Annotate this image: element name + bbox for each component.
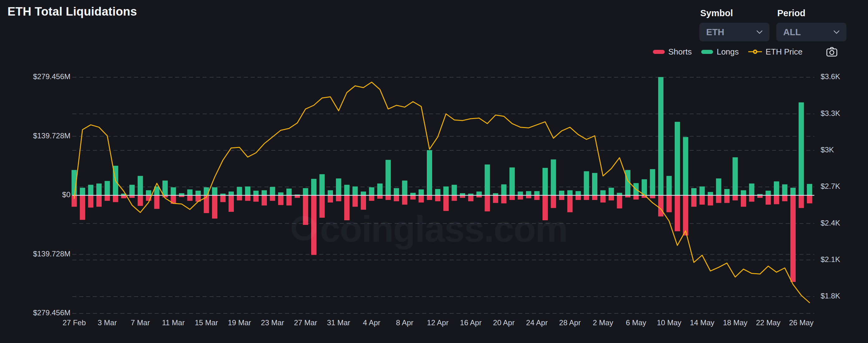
legend-item-shorts[interactable]: Shorts [653,47,692,57]
svg-text:2 May: 2 May [593,318,613,327]
svg-text:3 Mar: 3 Mar [98,318,117,327]
symbol-control: Symbol ETH [699,8,770,41]
chevron-down-icon [756,30,763,34]
svg-text:$2.7K: $2.7K [820,182,840,190]
shorts-swatch-icon [653,50,665,54]
svg-text:$2.4K: $2.4K [820,219,840,227]
svg-text:31 Mar: 31 Mar [327,318,350,327]
svg-text:19 Mar: 19 Mar [228,318,251,327]
chart-legend: Shorts Longs ETH Price [653,47,837,57]
legend-label-longs: Longs [717,47,739,57]
svg-text:23 Mar: 23 Mar [261,318,284,327]
legend-label-shorts: Shorts [669,47,692,57]
svg-text:22 May: 22 May [756,318,781,327]
svg-text:$3K: $3K [820,145,834,154]
chevron-down-icon [833,30,840,34]
camera-button[interactable] [826,47,837,57]
period-select[interactable]: ALL [776,23,846,41]
svg-text:4 Apr: 4 Apr [363,318,380,327]
svg-text:15 Mar: 15 Mar [195,318,218,327]
svg-text:11 Mar: 11 Mar [162,318,185,327]
eth-price-line-icon [748,49,762,54]
svg-text:28 Apr: 28 Apr [559,318,581,327]
svg-text:$0: $0 [62,190,70,199]
period-value: ALL [783,27,801,37]
symbol-select[interactable]: ETH [699,23,770,41]
period-control: Period ALL [776,8,846,41]
svg-text:8 Apr: 8 Apr [396,318,413,327]
svg-text:$3.3K: $3.3K [820,109,840,117]
symbol-value: ETH [706,27,724,37]
svg-text:27 Feb: 27 Feb [63,318,86,327]
svg-text:coinglass.com: coinglass.com [320,208,567,249]
longs-swatch-icon [701,50,713,54]
svg-text:26 May: 26 May [789,318,814,327]
chart-controls: Symbol ETH Period ALL [699,8,846,41]
svg-text:12 Apr: 12 Apr [427,318,448,327]
svg-text:$1.8K: $1.8K [820,291,840,300]
legend-item-longs[interactable]: Longs [701,47,739,57]
svg-text:16 Apr: 16 Apr [460,318,482,327]
svg-text:18 May: 18 May [723,318,748,327]
svg-text:10 May: 10 May [657,318,682,327]
svg-text:14 May: 14 May [690,318,715,327]
svg-text:$3.6K: $3.6K [820,72,840,81]
legend-label-eth-price: ETH Price [766,47,803,57]
svg-text:7 Mar: 7 Mar [131,318,150,327]
svg-text:27 Mar: 27 Mar [294,318,317,327]
svg-text:24 Apr: 24 Apr [526,318,548,327]
svg-text:$279.456M: $279.456M [33,308,70,317]
svg-text:$279.456M: $279.456M [33,72,70,81]
svg-text:$2.1K: $2.1K [820,255,840,264]
page-title: ETH Total Liquidations [7,5,137,19]
svg-text:6 May: 6 May [626,318,646,327]
camera-icon [826,47,837,57]
svg-text:$139.728M: $139.728M [33,249,70,258]
svg-text:20 Apr: 20 Apr [493,318,515,327]
legend-item-eth-price[interactable]: ETH Price [748,47,803,57]
period-label: Period [777,8,846,19]
symbol-label: Symbol [700,8,770,19]
svg-text:$139.728M: $139.728M [33,132,70,140]
